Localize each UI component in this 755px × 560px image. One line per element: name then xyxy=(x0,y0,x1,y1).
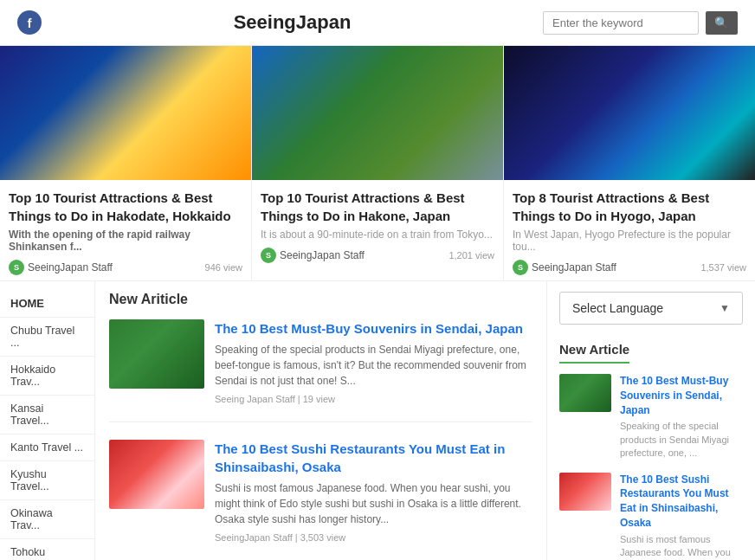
right-article-desc-sushi: Sushi is most famous Japanese food. When… xyxy=(620,533,743,560)
sidebar-item-hokkaido[interactable]: Hokkaido Trav... xyxy=(0,357,94,396)
hero-image-hakodate xyxy=(0,46,251,180)
sidebar-item-kanto[interactable]: Kanto Travel ... xyxy=(0,434,94,461)
right-article-title-sendai[interactable]: The 10 Best Must-Buy Souvenirs in Sendai… xyxy=(620,374,743,417)
search-button[interactable]: 🔍 xyxy=(706,11,738,35)
hero-author-hakodate: S SeeingJapan Staff xyxy=(9,260,113,275)
right-sidebar: Select Language ▼ New Article The 10 Bes… xyxy=(547,281,755,560)
chevron-down-icon: ▼ xyxy=(720,302,730,314)
article-title-sushi[interactable]: The 10 Best Sushi Restaurants You Must E… xyxy=(215,440,532,476)
sidebar-item-kyushu[interactable]: Kyushu Travel... xyxy=(0,461,94,500)
hero-card-hakone[interactable]: Top 10 Tourist Attractions & Best Things… xyxy=(252,46,504,280)
right-article-sushi: The 10 Best Sushi Restaurants You Must E… xyxy=(559,473,743,560)
right-article-sendai: The 10 Best Must-Buy Souvenirs in Sendai… xyxy=(559,374,743,460)
right-article-title-sushi[interactable]: The 10 Best Sushi Restaurants You Must E… xyxy=(620,473,743,531)
hero-title-hyogo: Top 8 Tourist Attractions & Best Things … xyxy=(513,189,746,225)
right-new-article-title: New Article xyxy=(559,342,629,364)
hero-card-hakodate[interactable]: Top 10 Tourist Attractions & Best Things… xyxy=(0,46,252,280)
article-meta-sushi: SeeingJapan Staff | 3,503 view xyxy=(215,532,532,543)
right-thumb-sushi xyxy=(559,473,611,511)
right-new-article-section: New Article The 10 Best Must-Buy Souveni… xyxy=(559,342,743,560)
hero-author-hakone: S SeeingJapan Staff xyxy=(261,248,365,263)
hero-section: Top 10 Tourist Attractions & Best Things… xyxy=(0,46,755,280)
header-left: f xyxy=(17,10,42,35)
article-title-sendai[interactable]: The 10 Best Must-Buy Souvenirs in Sendai… xyxy=(215,319,532,338)
facebook-icon[interactable]: f xyxy=(17,10,42,35)
header-right: 🔍 xyxy=(543,11,738,35)
hero-author-hyogo: S SeeingJapan Staff xyxy=(513,260,616,275)
article-meta-sendai: Seeing Japan Staff | 19 view xyxy=(215,394,532,404)
site-title: SeeingJapan xyxy=(42,11,543,34)
hero-image-hakone xyxy=(252,46,503,180)
sidebar: HOME Chubu Travel ... Hokkaido Trav... K… xyxy=(0,281,95,560)
sidebar-item-okinawa[interactable]: Okinawa Trav... xyxy=(0,500,94,539)
hero-meta-hakodate: S SeeingJapan Staff 946 view xyxy=(9,260,242,275)
right-image-sushi xyxy=(559,473,611,511)
sidebar-item-chubu[interactable]: Chubu Travel ... xyxy=(0,318,94,357)
hero-title-hakone: Top 10 Tourist Attractions & Best Things… xyxy=(261,189,494,225)
right-thumb-sendai xyxy=(559,374,611,412)
sidebar-home: HOME xyxy=(0,290,94,318)
hero-card-hyogo[interactable]: Top 8 Tourist Attractions & Best Things … xyxy=(504,46,755,280)
hero-desc-hakone: It is about a 90-minute-ride on a train … xyxy=(261,229,494,241)
search-input[interactable] xyxy=(543,11,699,35)
hero-desc-hyogo: In West Japan, Hyogo Prefecture is the p… xyxy=(513,229,746,253)
hero-image-hyogo xyxy=(504,46,755,180)
hero-meta-hakone: S SeeingJapan Staff 1,201 view xyxy=(261,248,494,263)
hero-desc-hakodate: With the opening of the rapid railway Sh… xyxy=(9,229,242,253)
article-desc-sushi: Sushi is most famous Japanese food. When… xyxy=(215,480,532,527)
article-image-sushi xyxy=(109,440,204,509)
header: f SeeingJapan 🔍 xyxy=(0,0,755,46)
language-selector[interactable]: Select Language ▼ xyxy=(559,292,743,325)
article-item-sendai: The 10 Best Must-Buy Souvenirs in Sendai… xyxy=(109,319,532,422)
author-icon: S xyxy=(9,260,24,275)
language-selector-label: Select Language xyxy=(572,301,663,315)
author-icon: S xyxy=(261,248,276,263)
hero-meta-hyogo: S SeeingJapan Staff 1,537 view xyxy=(513,260,746,275)
sidebar-item-tohoku[interactable]: Tohoku Travel... xyxy=(0,539,94,560)
center-section-title: New Ariticle xyxy=(109,292,532,307)
right-article-desc-sendai: Speaking of the special products in Send… xyxy=(620,420,743,460)
article-image-sendai xyxy=(109,319,204,389)
hero-views-hakodate: 946 view xyxy=(205,262,242,273)
hero-author-name: SeeingJapan Staff xyxy=(280,249,365,261)
hero-author-name: SeeingJapan Staff xyxy=(28,261,113,274)
article-item-sushi: The 10 Best Sushi Restaurants You Must E… xyxy=(109,440,532,560)
article-thumb-sushi xyxy=(109,440,204,509)
article-thumb-sendai xyxy=(109,319,204,389)
hero-author-name: SeeingJapan Staff xyxy=(532,261,616,274)
right-image-sendai xyxy=(559,374,611,412)
hero-views-hyogo: 1,537 view xyxy=(700,262,746,273)
article-desc-sendai: Speaking of the special products in Send… xyxy=(215,342,532,389)
sidebar-item-kansai[interactable]: Kansai Travel... xyxy=(0,396,94,434)
center-content: New Ariticle The 10 Best Must-Buy Souven… xyxy=(95,281,547,560)
main-layout: HOME Chubu Travel ... Hokkaido Trav... K… xyxy=(0,281,755,560)
hero-title-hakodate: Top 10 Tourist Attractions & Best Things… xyxy=(9,189,242,225)
hero-views-hakone: 1,201 view xyxy=(448,250,494,261)
author-icon: S xyxy=(513,260,528,275)
